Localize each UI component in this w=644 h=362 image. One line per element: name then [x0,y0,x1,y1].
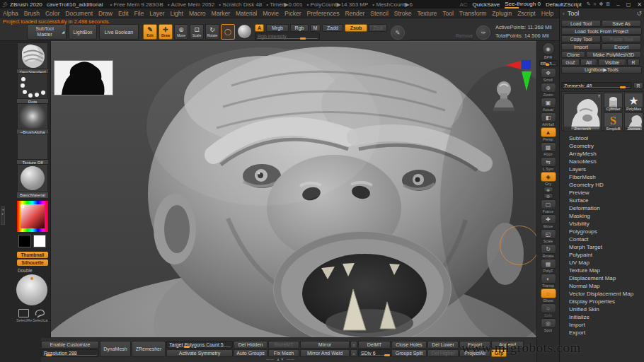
titlebar-tool-icon[interactable]: ✥ [599,1,603,7]
material-slot[interactable]: BasicMaterial [17,164,48,198]
right-shelf-button[interactable]: ○ Solo [541,303,556,317]
menu-item[interactable]: Material [236,10,257,17]
tool-panel-button[interactable]: Visible [598,59,626,66]
menu-item[interactable]: Help [541,10,553,17]
menu-item[interactable]: Draw [98,10,113,17]
zsub-button[interactable]: Zsub [345,24,367,32]
menu-item[interactable]: Transform [459,10,486,17]
zremesh-r-button[interactable]: R [633,82,643,89]
menu-item[interactable]: Macro [189,10,206,17]
del-higher-button[interactable]: Del Higher [427,349,459,357]
stroke-slot[interactable]: Dots [17,73,48,105]
rgb-button[interactable]: Rgb [290,24,309,32]
tool-panel-button[interactable]: Load Tools From Project [561,28,642,35]
current-brush-button[interactable]: ◯ [221,24,235,40]
move-mode-button[interactable]: ⊕Move [174,24,188,40]
default-zscript-button[interactable]: DefaultZScript [546,1,582,8]
select-rect-icon[interactable] [18,309,29,317]
right-shelf-button[interactable]: ◈ Gry [541,172,556,186]
tool-panel-button[interactable]: Clone [561,51,585,58]
subpalette-item[interactable]: Unified Skin [560,305,644,313]
right-shelf-button[interactable]: ▦ PolyF [541,259,556,273]
zremesher-button[interactable]: ZRemesher [132,341,166,357]
resolution-slider[interactable]: Resolution 288 [41,349,99,357]
menu-item[interactable]: Marker [212,10,230,17]
subpalette-item[interactable]: Preview [560,189,644,197]
menu-item[interactable]: File [134,10,144,17]
subpalette-item[interactable]: Visibility [560,220,644,228]
live-boolean-button[interactable]: Live Boolean [99,24,139,40]
subpalette-item[interactable]: Export [560,329,644,337]
right-shelf-button[interactable]: ◧ AAHalf [541,112,556,127]
subpalette-item[interactable]: Morph Target [560,243,644,251]
dynamesh-button[interactable]: DynaMesh [100,341,131,357]
tool-slot[interactable]: ★ PolyMes [624,93,643,112]
thumbnail-toggle[interactable]: Thumbnail [17,252,48,258]
right-shelf-button[interactable]: ✥ Scroll [541,68,556,82]
tool-panel-button[interactable]: Import [561,43,601,50]
menu-item[interactable]: Picker [284,10,301,17]
subpalette-item[interactable]: Displacement Map [560,274,644,282]
menu-item[interactable]: Brush [24,10,40,17]
silhouette-toggle[interactable]: Silhouette [17,259,48,266]
texture-slot[interactable]: Texture Off [17,134,48,165]
secondary-color-swatch[interactable] [33,235,46,247]
tool-panel-button[interactable]: All [580,59,597,66]
current-material-ball[interactable] [238,25,251,38]
subpalette-item[interactable]: Initialize [560,313,644,321]
subpalette-item[interactable]: Normal Map [560,282,644,290]
quicksave-button[interactable]: QuickSave [473,1,500,8]
subpalette-item[interactable]: UV Map [560,259,644,267]
tool-panel-button[interactable]: Lightbox▶Tools [561,66,642,74]
menu-item[interactable]: Zscript [517,10,536,17]
subpalette-item[interactable]: Texture Map [560,267,644,274]
subpalette-item[interactable]: Display Properties [560,298,644,305]
active-tool-thumbnail[interactable]: 7 Zremesh [563,93,602,132]
menu-item[interactable]: Edit [118,10,129,17]
zadd-button[interactable]: Zadd [322,24,343,32]
titlebar-tool-icon[interactable]: ✎ [587,1,591,7]
store-mt-button[interactable]: StoreMT [268,341,299,349]
subtool-master-button[interactable]: SubTool Master◢ [27,24,67,40]
subpalette-item[interactable]: Masking [560,212,644,220]
subpalette-item[interactable]: Subtool [560,134,644,142]
rgb-intensity-slider[interactable]: Rgb Intensity [255,33,320,40]
subpalette-item[interactable]: ArrayMesh [560,150,644,158]
subpalette-item[interactable]: Contact [560,235,644,243]
rotate-mode-button[interactable]: ↻Rotate [205,24,219,40]
right-shelf-button[interactable]: ◌ Ghost [541,288,556,303]
right-shelf-button[interactable]: ↻ Rotate [541,244,556,258]
subpalette-item[interactable]: Surface [560,197,644,204]
tool-panel-button[interactable]: Paste Tool [602,35,641,42]
shelf-resize-handle[interactable]: —— ▲▼ —— [266,357,295,361]
titlebar-tool-icon[interactable]: ⊞ [606,1,610,7]
panel-collapse-icon[interactable]: ‹ [563,11,565,17]
mini-toggle-icon[interactable]: ≡ [350,341,357,349]
tool-panel-button[interactable]: Copy Tool [561,35,601,42]
menu-item[interactable]: Preferences [307,10,340,17]
menu-item[interactable]: Color [45,10,59,17]
lightbox-button[interactable]: LightBox [69,24,97,40]
subpalette-item[interactable]: Deformation [560,204,644,212]
panel-cycle-icon[interactable]: ↺ [636,10,642,17]
right-shelf-button[interactable]: ⇆ L.Sym [541,157,556,171]
draw-mode-button[interactable]: ✛Draw [159,24,173,40]
color-picker[interactable] [17,201,48,232]
right-shelf-button[interactable]: ✚ Move [541,214,556,228]
menu-item[interactable]: Stroke [394,10,412,17]
tool-panel-button[interactable]: Make PolyMesh3D [586,51,641,58]
primary-color-swatch[interactable] [18,235,31,247]
anchor-a-button[interactable]: A [255,24,264,32]
subpalette-item[interactable]: Polygroups [560,228,644,235]
window-restore-icon[interactable]: ◻ [626,1,631,8]
m-button[interactable]: M [310,24,321,32]
scale-mode-button[interactable]: ⊡Scale [190,24,204,40]
bpr-button[interactable]: ◉ BPR [542,42,555,59]
fix-mesh-button[interactable]: Fix Mesh [268,349,299,357]
del-hidden-button[interactable]: Del Hidden [234,341,268,349]
zcut-button[interactable]: Zcut [369,24,387,32]
mini-toggle-icon[interactable]: ≡ [350,349,357,357]
menu-item[interactable]: Stencil [370,10,389,17]
alpha-slot[interactable]: ~BrushAlpha [17,103,48,135]
window-minimize-icon[interactable]: – [616,1,619,8]
